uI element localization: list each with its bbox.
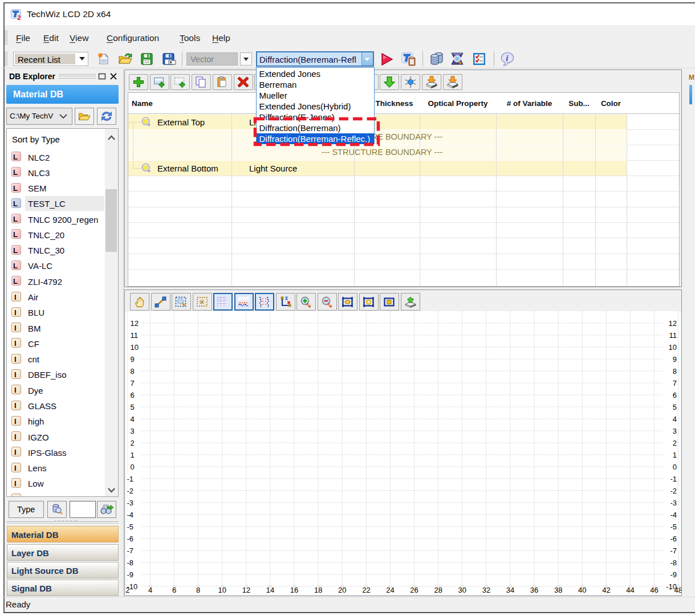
svg-text:3: 3: [130, 427, 134, 435]
svg-text:0: 0: [672, 463, 676, 471]
svg-text:-6: -6: [127, 535, 133, 543]
svg-text:-7: -7: [127, 546, 133, 555]
svg-text:-9: -9: [127, 570, 133, 579]
svg-text:44: 44: [626, 586, 634, 594]
svg-text:14: 14: [266, 586, 274, 594]
svg-text:34: 34: [506, 586, 514, 594]
svg-text:-9: -9: [670, 570, 677, 579]
svg-text:-8: -8: [670, 558, 677, 567]
svg-text:4: 4: [672, 415, 676, 423]
svg-text:26: 26: [410, 586, 418, 594]
svg-text:42: 42: [602, 586, 610, 594]
svg-text:4: 4: [148, 586, 152, 594]
svg-text:28: 28: [434, 586, 442, 594]
svg-text:2: 2: [130, 439, 134, 447]
svg-text:-3: -3: [127, 499, 133, 507]
svg-text:6: 6: [672, 391, 676, 399]
svg-text:40: 40: [578, 586, 586, 594]
svg-text:-1: -1: [127, 475, 133, 483]
svg-text:10: 10: [218, 586, 226, 594]
svg-text:12: 12: [668, 319, 676, 328]
svg-text:-6: -6: [670, 535, 677, 543]
svg-text:-7: -7: [670, 546, 677, 555]
svg-text:18: 18: [314, 586, 322, 594]
svg-text:0: 0: [130, 463, 134, 471]
svg-text:-8: -8: [127, 558, 133, 567]
svg-text:8: 8: [130, 367, 134, 376]
svg-text:7: 7: [130, 379, 134, 387]
svg-text:-5: -5: [670, 523, 677, 531]
svg-text:8: 8: [196, 586, 200, 594]
svg-text:2: 2: [672, 439, 676, 447]
svg-text:11: 11: [669, 331, 677, 340]
svg-text:3: 3: [672, 427, 676, 435]
svg-text:6: 6: [130, 391, 134, 399]
svg-text:-4: -4: [127, 511, 133, 519]
svg-text:48: 48: [674, 586, 681, 594]
svg-text:38: 38: [554, 586, 562, 594]
svg-text:-2: -2: [670, 487, 677, 495]
svg-text:16: 16: [290, 586, 298, 594]
svg-text:10: 10: [130, 343, 138, 352]
svg-text:22: 22: [362, 586, 370, 594]
svg-text:6: 6: [172, 586, 176, 594]
svg-text:20: 20: [338, 586, 346, 594]
svg-text:8: 8: [672, 367, 676, 376]
svg-text:30: 30: [458, 586, 466, 594]
svg-text:12: 12: [130, 319, 138, 328]
svg-text:32: 32: [482, 586, 490, 594]
svg-text:12: 12: [242, 586, 250, 594]
svg-text:36: 36: [530, 586, 538, 594]
svg-text:-5: -5: [127, 523, 133, 531]
svg-text:1: 1: [672, 451, 676, 459]
svg-text:9: 9: [130, 355, 134, 364]
svg-text:9: 9: [672, 355, 676, 364]
svg-text:4: 4: [130, 415, 134, 423]
svg-text:2: 2: [18, 14, 21, 21]
svg-text:-4: -4: [670, 511, 677, 519]
svg-text:46: 46: [650, 586, 658, 594]
svg-text:2: 2: [125, 586, 129, 594]
svg-text:1: 1: [130, 451, 134, 459]
svg-text:-2: -2: [127, 487, 133, 495]
svg-text:24: 24: [386, 586, 394, 594]
svg-text:11: 11: [130, 331, 138, 340]
svg-text:7: 7: [672, 379, 676, 387]
svg-text:5: 5: [672, 403, 676, 411]
svg-text:5: 5: [130, 403, 134, 411]
svg-text:-1: -1: [670, 475, 677, 483]
svg-text:10: 10: [668, 343, 676, 352]
svg-text:-3: -3: [670, 499, 677, 507]
